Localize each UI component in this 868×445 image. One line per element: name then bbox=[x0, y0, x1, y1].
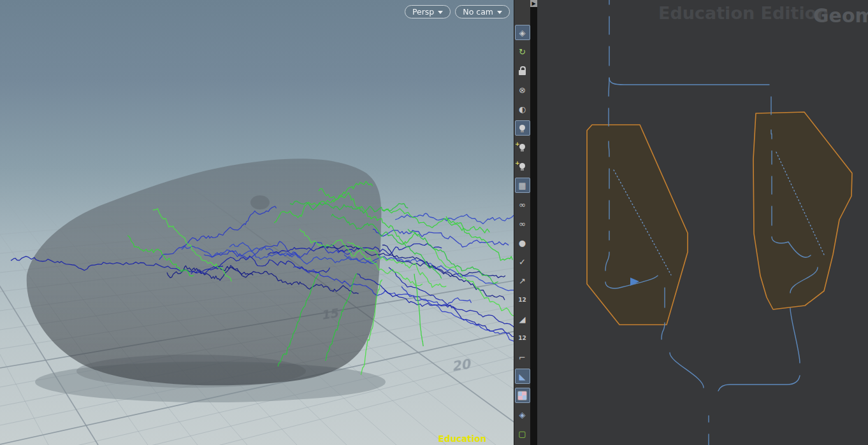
bulb-icon bbox=[519, 144, 525, 150]
pivot-gnomon-icon: ◈ bbox=[519, 411, 526, 419]
lock-camera-icon[interactable] bbox=[515, 63, 530, 78]
perspective-menu-button[interactable]: Persp bbox=[405, 5, 451, 18]
point-trails-icon[interactable]: ↗ bbox=[515, 273, 530, 288]
checker-icon bbox=[517, 391, 527, 400]
texture-mode-icon[interactable] bbox=[515, 388, 530, 403]
viewport-scene: 1520 bbox=[0, 0, 514, 445]
headlight-off-icon: ⊗ bbox=[519, 86, 526, 94]
display-options-toolbar: ◈↻⊗◐▦∞∞●✓↗12◢12⌐◣◈▢╱▼ bbox=[514, 0, 530, 445]
point-trails-icon: ↗ bbox=[519, 277, 526, 285]
high-quality-lighting-icon[interactable] bbox=[515, 139, 530, 155]
chevron-down-icon bbox=[438, 11, 443, 14]
normal-lighting-icon[interactable] bbox=[515, 120, 530, 136]
lighting-shadows-icon[interactable] bbox=[515, 159, 530, 174]
bulb-icon bbox=[519, 125, 525, 131]
lock-icon bbox=[519, 70, 526, 75]
view-plane-icon: ◈ bbox=[519, 29, 526, 37]
point-numbers-icon[interactable]: 12 bbox=[515, 292, 530, 307]
prim-normals-icon: ◢ bbox=[519, 315, 526, 323]
camera-select-button[interactable]: No cam bbox=[455, 5, 510, 18]
shaded-mode-icon[interactable]: ◣ bbox=[515, 369, 530, 384]
pivot-gnomon-icon[interactable]: ◈ bbox=[515, 407, 530, 422]
education-edition-watermark: Education Edition bbox=[438, 434, 514, 445]
point-numbers-icon: 12 bbox=[518, 297, 526, 303]
display-options-alt-icon: ∞ bbox=[519, 220, 526, 228]
material-shading-icon: ▦ bbox=[518, 181, 526, 190]
viewport-camera-controls: Persp No cam bbox=[405, 5, 510, 18]
prim-numbers-icon[interactable]: 12 bbox=[515, 330, 530, 346]
houdini-window: 1520 Persp No cam Education Edition ◈↻⊗◐… bbox=[0, 0, 868, 445]
snap-options-icon[interactable]: ↻ bbox=[515, 44, 530, 59]
display-options-icon: ∞ bbox=[519, 201, 526, 209]
material-shading-icon[interactable]: ▦ bbox=[515, 178, 530, 193]
point-normals-icon: ✓ bbox=[519, 258, 526, 266]
headlight-off-icon[interactable]: ⊗ bbox=[515, 82, 530, 97]
bulb-icon bbox=[519, 163, 525, 169]
profile-curves-icon: ⌐ bbox=[519, 353, 526, 362]
prim-normals-icon[interactable]: ◢ bbox=[515, 311, 530, 327]
camera-label: No cam bbox=[463, 7, 493, 17]
group-outline-icon[interactable]: ▢ bbox=[515, 426, 530, 441]
headlight-only-icon[interactable]: ◐ bbox=[515, 101, 530, 117]
point-normals-icon[interactable]: ✓ bbox=[515, 254, 530, 269]
prim-numbers-icon: 12 bbox=[518, 336, 526, 341]
perspective-label: Persp bbox=[412, 7, 434, 17]
network-editor[interactable]: Education Edition Geometry bbox=[537, 0, 868, 445]
display-options-icon[interactable]: ∞ bbox=[515, 197, 530, 212]
pane-divider[interactable]: ▶ bbox=[530, 0, 537, 445]
headlight-only-icon: ◐ bbox=[519, 105, 526, 113]
view-plane-icon[interactable]: ◈ bbox=[515, 25, 530, 40]
show-points-icon[interactable]: ● bbox=[515, 235, 530, 250]
profile-curves-icon[interactable]: ⌐ bbox=[515, 350, 530, 365]
network-nodes-layer bbox=[537, 0, 868, 445]
car-mirror-shadow bbox=[250, 195, 270, 209]
display-options-alt-icon[interactable]: ∞ bbox=[515, 216, 530, 231]
shaded-mode-icon: ◣ bbox=[519, 372, 526, 381]
show-points-icon: ● bbox=[519, 239, 526, 247]
scene-viewport[interactable]: 1520 Persp No cam Education Edition bbox=[0, 0, 514, 445]
snap-options-icon: ↻ bbox=[519, 48, 526, 56]
group-outline-icon: ▢ bbox=[518, 430, 526, 438]
pane-collapse-handle[interactable]: ▶ bbox=[530, 0, 537, 7]
chevron-down-icon bbox=[497, 11, 502, 14]
